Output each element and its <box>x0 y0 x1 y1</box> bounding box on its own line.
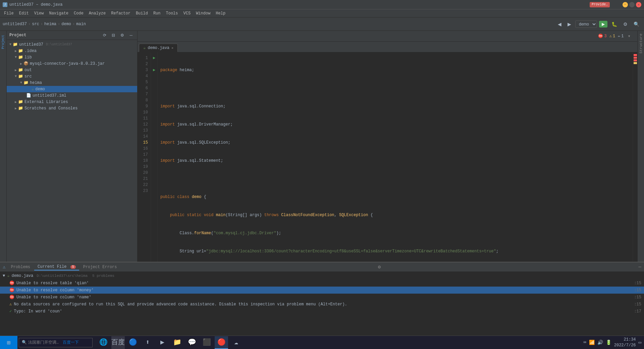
baidu-button[interactable]: 百度一下 <box>63 340 79 345</box>
taskbar-app-player[interactable]: ▶ <box>156 336 169 349</box>
menu-navigate[interactable]: Navigate <box>46 10 71 16</box>
run-button[interactable]: ▶ <box>599 21 607 28</box>
margin-warn-1[interactable] <box>634 62 637 64</box>
close-button[interactable]: ✕ <box>636 2 641 7</box>
run-gutter-icon-8[interactable]: ▶ <box>153 55 155 61</box>
tab-project-errors[interactable]: Project Errors <box>80 264 120 270</box>
taskbar-app-folder[interactable]: 📁 <box>170 336 184 349</box>
breadcrumb-heima[interactable]: heima <box>44 22 56 27</box>
taskbar-app-search[interactable]: 百度 <box>111 336 125 349</box>
start-button[interactable]: ⊞ <box>0 336 17 349</box>
taskbar-app-cloud[interactable]: ☁ <box>229 336 243 349</box>
taskbar-app-chat[interactable]: 💬 <box>185 336 199 349</box>
search-area[interactable]: 🔍 法国塞门开空调… 百度一下 <box>19 338 93 347</box>
code-line-6: import java.sql.Statement; <box>160 158 630 164</box>
debug-button[interactable]: 🐛 <box>609 21 619 28</box>
gutter-run-8[interactable]: ▶ <box>151 55 157 61</box>
run-config-select[interactable]: demo <box>575 20 597 28</box>
gutter-run-9[interactable]: ▶ <box>151 67 157 73</box>
project-panel-toggle[interactable]: Project <box>0 34 6 50</box>
tree-arrow-jar: ▶ <box>20 62 22 66</box>
error-icon-1: ⛔ <box>9 288 14 293</box>
tree-item-iml[interactable]: 📄 untitled37.iml <box>7 92 137 99</box>
warn-icon-3: ⚠ <box>9 302 12 307</box>
tree-item-root[interactable]: ▼ 📁 untitled37 D:\untitled37 <box>7 41 137 48</box>
menu-tools[interactable]: Tools <box>163 10 181 16</box>
taskbar-app-terminal[interactable]: ⬛ <box>200 336 213 349</box>
breadcrumb-src[interactable]: src <box>32 22 39 27</box>
problem-item-2[interactable]: ⛔ Unable to resolve column 'name' :15 <box>0 294 644 301</box>
problems-settings-button[interactable]: ⚙ <box>378 264 381 270</box>
navigate-back-button[interactable]: ◀ <box>556 21 564 28</box>
tree-item-out[interactable]: ▶ 📁 out <box>7 67 137 73</box>
breadcrumb-main[interactable]: main <box>76 22 86 27</box>
problem-text-3: No data sources are configured to run th… <box>14 302 632 307</box>
menu-window[interactable]: Window <box>193 10 213 16</box>
menu-help[interactable]: Help <box>213 10 228 16</box>
taskbar-app-browser[interactable]: 🌐 <box>97 336 110 349</box>
code-line-7 <box>160 176 630 182</box>
run-gutter-icon-9[interactable]: ▶ <box>153 67 155 73</box>
tree-item-idea[interactable]: ▶ 📁 .idea <box>7 48 137 54</box>
taskbar-app-intellij[interactable]: 🔴 <box>215 336 228 349</box>
project-panel: Project ⟳ ⊟ ⚙ ─ ▼ 📁 untitled37 D:\untitl… <box>7 31 138 262</box>
problem-item-1[interactable]: ⛔ Unable to resolve column 'money' :15 <box>0 287 644 294</box>
minimize-panel-button[interactable]: ─ <box>127 32 135 38</box>
tree-item-scratches[interactable]: ▶ 📁 Scratches and Consoles <box>7 105 137 111</box>
code-editor[interactable]: 12345 678910 11121314 15 1617181920 2122… <box>138 52 637 262</box>
problem-item-3[interactable]: ⚠ No data sources are configured to run … <box>0 301 644 308</box>
breadcrumb-demo[interactable]: demo <box>61 22 71 27</box>
settings-button[interactable]: ⚙ <box>621 21 630 28</box>
menu-build[interactable]: Build <box>133 10 151 16</box>
show-desktop-button[interactable]: ▭ <box>639 340 641 345</box>
search-everywhere-button[interactable]: 🔍 <box>632 21 641 28</box>
tab-problems[interactable]: Problems <box>7 264 34 270</box>
taskbar-app-arrow[interactable]: ⬆ <box>141 336 154 349</box>
tree-item-demo[interactable]: ☕ demo <box>7 86 137 92</box>
restore-button[interactable]: □ <box>629 2 635 7</box>
menu-vcs[interactable]: VCS <box>181 10 194 16</box>
taskbar-app-ie[interactable]: 🔵 <box>126 336 140 349</box>
tab-demo-java[interactable]: ☕ demo.java ✕ <box>139 44 178 52</box>
minimize-button[interactable]: ─ <box>623 2 628 7</box>
breadcrumb-project[interactable]: untitled37 <box>3 22 27 27</box>
problems-list: ▼ ☕ demo.java D:\untitled37\src\heima 5 … <box>0 272 644 336</box>
menu-run[interactable]: Run <box>151 10 163 16</box>
code-content[interactable]: package heima; import java.sql.Connectio… <box>158 52 633 262</box>
settings-gear-button[interactable]: ⚙ <box>118 32 126 38</box>
collapse-all-button[interactable]: ⊟ <box>110 32 117 38</box>
tree-item-src[interactable]: ▼ 📁 src <box>7 73 137 80</box>
tab-current-file[interactable]: Current File 5 <box>34 264 79 270</box>
tree-item-external-libs[interactable]: ▶ 📁 External Libraries <box>7 99 137 105</box>
typo-badge-value: 1 <box>621 34 624 39</box>
problem-location-2: :15 <box>634 295 641 300</box>
menu-refactor[interactable]: Refactor <box>108 10 133 16</box>
menu-view[interactable]: View <box>32 10 47 16</box>
menu-file[interactable]: File <box>1 10 16 16</box>
code-line-2 <box>160 85 630 91</box>
menu-edit[interactable]: Edit <box>16 10 32 16</box>
margin-error-2[interactable] <box>634 57 637 59</box>
tree-item-mysql-jar[interactable]: ▶ 📦 mysql-connector-java-8.0.23.jar <box>7 60 137 67</box>
tab-close-button[interactable]: ✕ <box>171 46 173 50</box>
problem-text-1: Unable to resolve column 'money' <box>16 288 632 293</box>
tree-item-lib[interactable]: ▼ 📁 lib <box>7 54 137 60</box>
tree-label-src: src <box>24 74 32 79</box>
expand-panel-button[interactable]: ▾ <box>628 33 631 39</box>
problem-group-demo[interactable]: ▼ ☕ demo.java D:\untitled37\src\heima 5 … <box>0 272 644 280</box>
typo-count: ✏ 1 <box>618 34 624 39</box>
problem-item-0[interactable]: ⛔ Unable to resolve table 'qian' :15 <box>0 280 644 287</box>
tree-item-heima[interactable]: ▼ 📁 heima <box>7 80 137 86</box>
sync-button[interactable]: ⟳ <box>101 32 108 38</box>
iml-icon: 📄 <box>26 93 31 98</box>
problems-minimize-button[interactable]: ─ <box>639 264 641 270</box>
taskbar: ⊞ 🔍 法国塞门开空调… 百度一下 🌐 百度 🔵 ⬆ ▶ 📁 💬 ⬛ 🔴 ☁ ⌨… <box>0 336 644 349</box>
code-line-3: import java.sql.Connection; <box>160 103 630 109</box>
problem-item-4[interactable]: ✓ Typo: In word 'coun' :17 <box>0 308 644 315</box>
menu-code[interactable]: Code <box>71 10 86 16</box>
margin-error-3[interactable] <box>634 59 637 61</box>
navigate-forward-button[interactable]: ▶ <box>566 21 573 28</box>
structure-panel-label[interactable]: Structure <box>638 32 644 55</box>
margin-error-1[interactable] <box>634 54 637 56</box>
menu-analyze[interactable]: Analyze <box>86 10 108 16</box>
